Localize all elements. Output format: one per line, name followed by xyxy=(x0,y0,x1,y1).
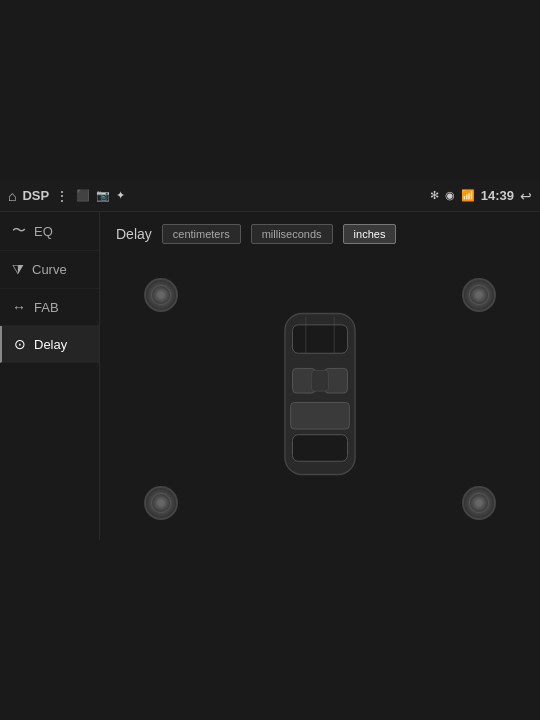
tab-milliseconds[interactable]: milliseconds xyxy=(251,224,333,244)
location-icon: ◉ xyxy=(445,189,455,202)
tab-inches[interactable]: inches xyxy=(343,224,397,244)
app-title: DSP xyxy=(22,188,49,203)
svg-rect-6 xyxy=(311,370,328,391)
svg-rect-1 xyxy=(293,325,348,353)
curve-icon: ⧩ xyxy=(12,261,24,278)
sidebar-label-eq: EQ xyxy=(34,224,53,239)
wifi-icon: 📶 xyxy=(461,189,475,202)
sidebar-item-delay[interactable]: ⊙ Delay xyxy=(0,326,99,363)
camera-icon: 📷 xyxy=(96,189,110,202)
sidebar-label-delay: Delay xyxy=(34,337,67,352)
fab-icon: ↔ xyxy=(12,299,26,315)
menu-icon[interactable]: ⋮ xyxy=(55,188,70,204)
car-visualization xyxy=(116,260,524,528)
speaker-front-right[interactable] xyxy=(462,278,496,312)
tab-centimeters[interactable]: centimeters xyxy=(162,224,241,244)
delay-title: Delay xyxy=(116,226,152,242)
status-left: ⌂ DSP ⋮ ⬛ 📷 ✦ xyxy=(8,188,125,204)
record-icon: ⬛ xyxy=(76,189,90,202)
svg-rect-2 xyxy=(293,435,348,462)
delay-header: Delay centimeters milliseconds inches xyxy=(116,224,524,244)
main-content: 〜 EQ ⧩ Curve ↔ FAB ⊙ Delay Delay centime… xyxy=(0,212,540,540)
device-frame: ⌂ DSP ⋮ ⬛ 📷 ✦ ✻ ◉ 📶 14:39 ↩ 〜 EQ ⧩ Curve xyxy=(0,180,540,540)
clock: 14:39 xyxy=(481,188,514,203)
content-area: Delay centimeters milliseconds inches xyxy=(100,212,540,540)
car-diagram xyxy=(265,304,375,484)
home-icon[interactable]: ⌂ xyxy=(8,188,16,204)
bluetooth-icon: ✻ xyxy=(430,189,439,202)
speaker-rear-left[interactable] xyxy=(144,486,178,520)
eq-icon: 〜 xyxy=(12,222,26,240)
speaker-front-left[interactable] xyxy=(144,278,178,312)
back-icon[interactable]: ↩ xyxy=(520,188,532,204)
sidebar-item-curve[interactable]: ⧩ Curve xyxy=(0,251,99,289)
status-right: ✻ ◉ 📶 14:39 ↩ xyxy=(430,188,532,204)
mic-icon: ✦ xyxy=(116,189,125,202)
delay-icon: ⊙ xyxy=(14,336,26,352)
svg-rect-5 xyxy=(291,403,350,430)
sidebar-label-fab: FAB xyxy=(34,300,59,315)
status-bar: ⌂ DSP ⋮ ⬛ 📷 ✦ ✻ ◉ 📶 14:39 ↩ xyxy=(0,180,540,212)
sidebar: 〜 EQ ⧩ Curve ↔ FAB ⊙ Delay xyxy=(0,212,100,540)
sidebar-item-eq[interactable]: 〜 EQ xyxy=(0,212,99,251)
sidebar-item-fab[interactable]: ↔ FAB xyxy=(0,289,99,326)
speaker-rear-right[interactable] xyxy=(462,486,496,520)
sidebar-label-curve: Curve xyxy=(32,262,67,277)
